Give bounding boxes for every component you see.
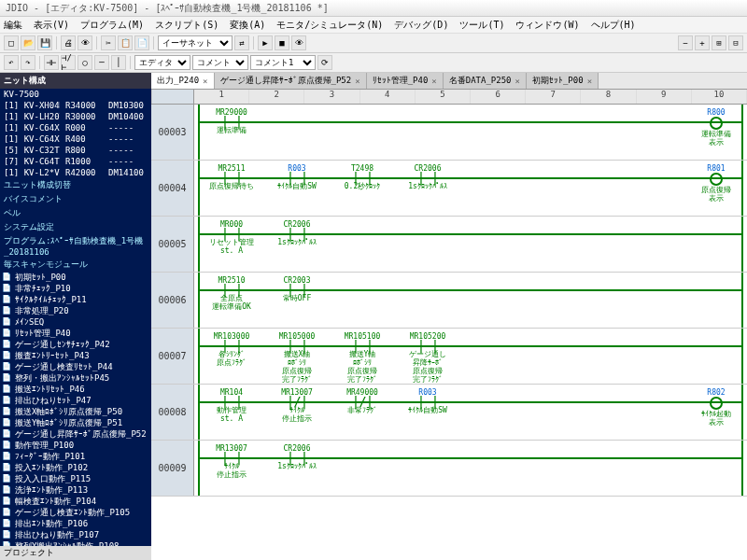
tree-item[interactable]: ﾘｾｯﾄ管理_P40 [0,328,151,339]
ladder-contact[interactable]: MR105000-| |-搬送X軸ﾛﾎﾞｼﾘ原点復帰完了ﾌﾗｸﾞ [269,332,325,384]
menu-ヘルプ(H)[interactable]: ヘルプ(H) [591,19,636,31]
tree-item[interactable]: ゲージ通しｾﾝｻﾁｪｯｸ_P42 [0,339,151,350]
ladder-rung[interactable]: 00003MR29000-| |-運転準備R800運転準備表示 [151,105,747,161]
tree-item[interactable]: ﾒｲﾝSEQ [0,316,151,328]
close-icon[interactable]: × [431,77,436,86]
new-icon[interactable]: □ [4,35,19,50]
close-icon[interactable]: × [587,77,592,86]
run-icon[interactable]: ▶ [258,35,273,50]
line-v-icon[interactable]: │ [111,55,126,70]
close-icon[interactable]: × [355,77,359,86]
preview-icon[interactable]: 👁 [78,35,92,50]
contact-no-icon[interactable]: ⊣⊢ [44,55,59,70]
tree-item[interactable]: 非常ﾁｪｯｸ_P10 [0,283,151,294]
ladder-contact[interactable]: MR13007-|/|-ｻｲｸﾙ停止指示 [269,388,325,423]
redo-icon[interactable]: ↷ [21,55,35,70]
ladder-contact[interactable]: MR13007-| |-ｻｲｸﾙ停止指示 [204,444,260,479]
tree-item[interactable]: 幅検査ｴﾝﾄ動作_P104 [0,496,151,507]
tree-item[interactable]: 排出ひねり動作_P107 [0,529,151,540]
tree-item[interactable]: 搬送ｴﾝﾄﾘｾｯﾄ_P46 [0,384,151,395]
sidebar-section[interactable]: バイスコメント [0,192,151,206]
ladder-coil[interactable]: R801原点復帰表示 [693,164,740,203]
menu-ツール(T)[interactable]: ツール(T) [459,19,504,31]
editor-tab[interactable]: 名番DATA_P250× [444,73,527,89]
sidebar-section[interactable]: ベル [0,206,151,220]
ladder-contact[interactable]: MR000-| |-リセット管理st. A [204,220,260,255]
paste-icon[interactable]: 📄 [134,35,149,50]
ladder-contact[interactable]: MR104-| |-動作管理st. A [204,388,260,423]
ladder-coil[interactable]: R802ｻｲｸﾙ起動表示 [693,388,740,427]
stop-icon[interactable]: ■ [275,35,289,50]
zoom-in-icon[interactable]: + [695,35,710,50]
ladder-rung[interactable]: 00004MR2511-| |-原点復帰待ちR003-| |-ｻｲｸﾙ自動SWT… [151,161,747,217]
ladder-contact[interactable]: CR2006-| |-1sｸﾛｯｸﾊﾟﾙｽ [269,444,325,470]
menu-プログラム(M)[interactable]: プログラム(M) [80,19,144,31]
ladder-contact[interactable]: MR2511-| |-原点復帰待ち [204,164,260,190]
tree-item[interactable]: 動作管理_P100 [0,440,151,451]
ladder-contact[interactable]: CR2003-| |-常時OFF [269,276,325,302]
tree-item[interactable]: 初期ｾｯﾄ_P00 [0,272,151,283]
ladder-contact[interactable]: R003-| |-ｻｲｸﾙ自動SW [269,164,325,190]
menu-デバッグ(D)[interactable]: デバッグ(D) [394,19,448,31]
menu-表示(V)[interactable]: 表示(V) [34,19,69,31]
undo-icon[interactable]: ↶ [4,55,19,70]
comment-num-select[interactable]: コメント1 [250,55,316,70]
ladder-editor[interactable]: 00003MR29000-| |-運転準備R800運転準備表示00004MR25… [151,105,747,560]
editor-tab[interactable]: 出力_P240× [151,73,215,89]
ladder-contact[interactable]: CR2006-| |-1sｸﾛｯｸﾊﾟﾙｽ [400,164,456,190]
unit-header[interactable]: KV-7500 [0,89,151,100]
print-icon[interactable]: 🖨 [61,35,76,50]
ladder-rung[interactable]: 00008MR104-| |-動作管理st. AMR13007-|/|-ｻｲｸﾙ… [151,385,747,441]
zoom-out-icon[interactable]: − [678,35,693,50]
unit-row[interactable]: [1] KV-C64X*R000----- [0,122,151,133]
tree-item[interactable]: ﾌｨｰﾀﾞｰ動作_P101 [0,451,151,462]
tree-item[interactable]: 排出ｴﾝﾄ動作_P106 [0,518,151,529]
sidebar-section[interactable]: システム設定 [0,220,151,234]
cut-icon[interactable]: ✂ [101,35,116,50]
comment-type-select[interactable]: コメント [192,55,248,70]
tree-item[interactable]: 非常処理_P20 [0,305,151,316]
unit-row[interactable]: [1] KV-L2*VR42000DM14100 [0,167,151,178]
menu-変換(A)[interactable]: 変換(A) [230,19,265,31]
grid-icon[interactable]: ⊞ [712,35,726,50]
tree-item[interactable]: ゲージ通し検査ｴﾝﾄ動作_P105 [0,507,151,518]
coil-icon[interactable]: ○ [78,55,92,70]
ladder-rung[interactable]: 00009MR13007-| |-ｻｲｸﾙ停止指示CR2006-| |-1sｸﾛ… [151,441,747,497]
tree-item[interactable]: ゲージ通し検査ﾘｾｯﾄ_P44 [0,361,151,372]
menu-編集[interactable]: 編集 [4,19,22,31]
editor-tab[interactable]: ゲージ通し昇降ｻｰﾎﾞ原点復帰_P52× [215,73,367,89]
ladder-contact[interactable]: MR2510-| |-全原点運転準備OK [204,276,260,311]
ladder-coil[interactable]: R800運転準備表示 [693,108,740,147]
tree-item[interactable]: 排出ひねりｾｯﾄ_P47 [0,395,151,406]
line-h-icon[interactable]: ─ [94,55,109,70]
tree-item[interactable]: 洗浄ｴﾝﾄ動作_P113 [0,484,151,496]
tree-item[interactable]: ゲージ通し昇降ｻｰﾎﾞ原点復帰_P52 [0,428,151,440]
ladder-contact[interactable]: MR105200-| |-ゲージ通し昇降ｻｰﾎﾞ原点復帰完了ﾌﾗｸﾞ [400,332,456,384]
sidebar-tab[interactable]: プロジェクト [0,546,151,560]
grid2-icon[interactable]: ⊟ [728,35,743,50]
contact-nc-icon[interactable]: ⊣/⊢ [61,55,76,70]
menu-モニタ/シミュレータ(N)[interactable]: モニタ/シミュレータ(N) [276,19,383,31]
unit-row[interactable]: [1] KV-LH20VR30000DM10400 [0,111,151,122]
save-icon[interactable]: 💾 [37,35,52,50]
ladder-contact[interactable]: MR49000-|/|-非常ﾌﾗｸﾞ [334,388,390,414]
connection-select[interactable]: イーサネット [158,35,233,50]
ladder-contact[interactable]: MR29000-| |-運転準備 [204,108,260,134]
ladder-contact[interactable]: T2498-| |-0.2秒ｸﾛｯｸ [334,164,390,190]
unit-row[interactable]: [5] KV-C32T*R800----- [0,145,151,156]
tree-item[interactable]: 整列・搬出ｱﾝｼｬﾙｾｯﾄP45 [0,372,151,384]
editor-tab[interactable]: ﾘｾｯﾄ管理_P40× [367,73,444,89]
tree-item[interactable]: ｻｲｸﾙﾀｲﾑﾁｪｯｸ_P11 [0,294,151,305]
editor-tab[interactable]: 初期ｾｯﾄ_P00× [527,73,599,89]
ladder-rung[interactable]: 00007MR103000-| |-各ｼﾘﾝﾀﾞ原点ﾌﾗｸﾞMR105000-|… [151,329,747,385]
tree-item[interactable]: 投入ｴﾝﾄ動作_P102 [0,462,151,473]
tree-item[interactable]: 搬送X軸ﾛﾎﾞｼﾘ原点復帰_P50 [0,406,151,417]
ladder-rung[interactable]: 00006MR2510-| |-全原点運転準備OKCR2003-| |-常時OF… [151,273,747,329]
ladder-contact[interactable]: MR103000-| |-各ｼﾘﾝﾀﾞ原点ﾌﾗｸﾞ [204,332,260,367]
editor-mode-select[interactable]: エディタ [134,55,190,70]
refresh-icon[interactable]: ⟳ [317,55,332,70]
menu-ウィンドウ(W)[interactable]: ウィンドウ(W) [515,19,579,31]
copy-icon[interactable]: 📋 [118,35,133,50]
menu-スクリプト(S)[interactable]: スクリプト(S) [155,19,218,31]
tree-item[interactable]: 投入入口動作_P115 [0,473,151,484]
